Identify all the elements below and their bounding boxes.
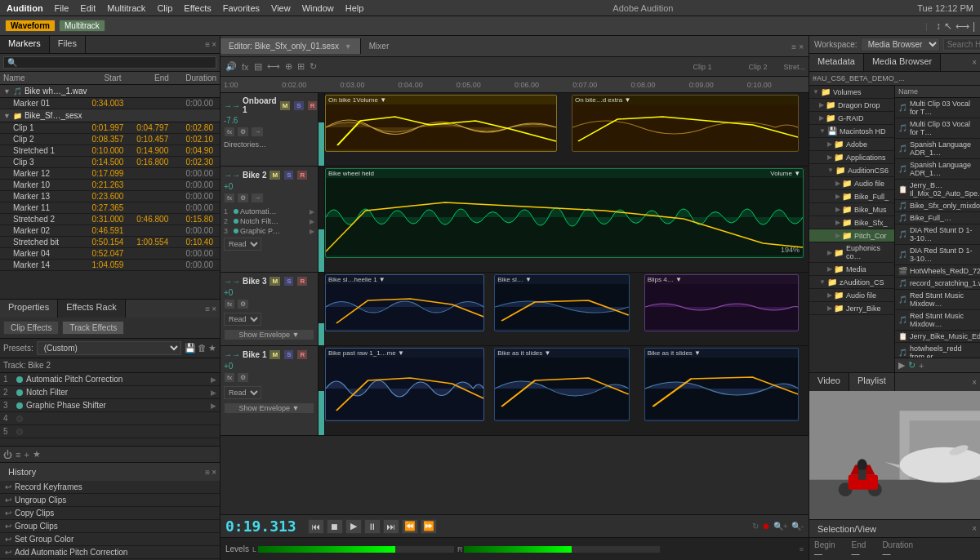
clip-bike3-2[interactable]: Bike sl… ▼ xyxy=(494,274,630,331)
media-add-icon[interactable]: + xyxy=(919,361,924,371)
media-item-media[interactable]: ▶ 📁 Media xyxy=(809,263,894,276)
mixer-tab[interactable]: Mixer xyxy=(361,38,397,54)
track-eff1-btn-bike2[interactable]: ⚙ xyxy=(237,193,249,203)
list-item[interactable]: ↩ Copy Clips xyxy=(0,507,220,520)
fx-icon[interactable]: fx xyxy=(240,62,251,72)
list-item[interactable]: Marker 04 0:52.047 0:00.00 xyxy=(0,248,220,260)
media-item-applications[interactable]: ▶ 📁 Applications xyxy=(809,151,894,164)
media-item-dragondrop[interactable]: ▶ 📁 Dragon Drop xyxy=(809,99,894,112)
clip-bike2-main[interactable]: Bike wheel held Volume ▼ 194% xyxy=(325,168,804,258)
media-item-volumes[interactable]: ▼ 📁 Volumes xyxy=(809,86,894,99)
history-menu-icon[interactable]: ≡ xyxy=(205,468,210,477)
list-item[interactable]: Stretched 1 0:10.000 0:14.900 0:04.90 xyxy=(0,145,220,157)
tab-files[interactable]: Files xyxy=(50,36,86,53)
crossfade-icon[interactable]: ⊕ xyxy=(283,61,294,72)
tab-effects-rack[interactable]: Effects Rack xyxy=(58,300,126,318)
play-button[interactable]: ▶ xyxy=(345,519,362,534)
list-item[interactable]: Marker 10 0:21.263 0:00.00 xyxy=(0,180,220,191)
selection-panel-close-icon[interactable]: × xyxy=(972,524,977,533)
list-item[interactable]: Clip 2 0:08.357 0:10.457 0:02.10 xyxy=(0,134,220,145)
editor-tab-close-icon[interactable]: ▼ xyxy=(345,42,352,51)
list-item[interactable]: 🎵Multi Clip 03 Vocal for T… xyxy=(895,118,980,139)
tab-selection-view[interactable]: Selection/View xyxy=(809,522,884,536)
track-effects-button[interactable]: Track Effects xyxy=(62,321,124,335)
track-content-bike3[interactable]: Bike sl…heelie 1 ▼ Bike sl… ▼ xyxy=(325,273,808,345)
track-content-onboard1[interactable]: On bike 1Volume ▼ On bite…d extra ▼ xyxy=(325,93,808,166)
add-effect-icon[interactable]: + xyxy=(24,450,29,460)
media-loop-icon[interactable]: ↻ xyxy=(908,360,915,371)
video-panel-close-icon[interactable]: × xyxy=(972,378,977,387)
track-solo-btn-bike3[interactable]: S xyxy=(283,276,294,287)
menu-favorites[interactable]: Favorites xyxy=(218,3,265,13)
auto-expand-1[interactable]: ▶ xyxy=(310,208,314,216)
clip-bike1-2[interactable]: Bike as it slides ▼ xyxy=(494,348,630,421)
tab-video[interactable]: Video xyxy=(809,373,849,391)
record-icon-transport[interactable]: ⏺ xyxy=(762,522,770,531)
track-solo-button[interactable]: S xyxy=(293,100,304,111)
editor-panel-close-icon[interactable]: × xyxy=(799,42,804,51)
star-icon[interactable]: ★ xyxy=(208,343,216,353)
loop-icon-transport[interactable]: ↻ xyxy=(752,522,759,531)
track-mute-btn-bike3[interactable]: M xyxy=(269,276,281,287)
list-item[interactable]: Marker 01 0:34.003 0:00.00 xyxy=(0,98,220,109)
clip-onboard-1[interactable]: On bike 1Volume ▼ xyxy=(325,95,557,152)
read-mode-select-bike1[interactable]: Read xyxy=(224,386,261,399)
track-fx-button[interactable]: fx xyxy=(224,127,235,137)
menu-window[interactable]: Window xyxy=(297,3,339,13)
rewind-button[interactable]: ⏪ xyxy=(402,519,418,534)
effect-row-5[interactable]: 5 xyxy=(0,425,220,438)
list-item[interactable]: 🎵Red Stunt Music Mixdow… xyxy=(895,310,980,331)
media-item-bikemus[interactable]: ▶ 📁 Bike_Mus xyxy=(809,203,894,216)
track-record-button[interactable]: R xyxy=(307,100,318,111)
track-content-bike1[interactable]: Bike past raw 1_1…me ▼ Bike as it slides… xyxy=(325,346,808,435)
snap-icon[interactable]: ⊞ xyxy=(296,61,306,72)
track-output-button[interactable]: → xyxy=(251,127,264,137)
list-item[interactable]: 🎵Multi Clip 03 Vocal for T… xyxy=(895,98,980,118)
stretch-icon[interactable]: ⟷ xyxy=(265,61,282,72)
search-input[interactable] xyxy=(3,56,216,69)
power-icon[interactable]: ⏻ xyxy=(3,450,12,460)
list-item[interactable]: 🎵Bike_Sfx_only_mixdown… xyxy=(895,200,980,212)
tab-metadata[interactable]: Metadata xyxy=(809,54,864,71)
match-clip-icon[interactable]: ▤ xyxy=(252,61,264,72)
razor-tool-icon[interactable]: | xyxy=(973,20,975,32)
list-item[interactable]: 📋Jerry_B…Il_Mix_02_Auto_Spe… xyxy=(895,180,980,200)
star-fav-icon[interactable]: ★ xyxy=(33,449,41,460)
media-item-jerrybike[interactable]: ▶ 📁 Jerry_Bike xyxy=(809,302,894,315)
track-input-button[interactable]: ⚙ xyxy=(237,127,249,137)
save-preset-icon[interactable]: 💾 xyxy=(185,343,196,353)
clip-bike3-1[interactable]: Bike sl…heelie 1 ▼ xyxy=(325,274,484,331)
track-mute-btn-bike2[interactable]: M xyxy=(269,170,281,180)
track-solo-btn-bike2[interactable]: S xyxy=(283,170,294,180)
track-eff-btn-bike3[interactable]: ⚙ xyxy=(237,299,249,309)
tab-playlist[interactable]: Playlist xyxy=(849,373,895,391)
tab-media-browser[interactable]: Media Browser xyxy=(864,54,941,71)
clip-bike1-3[interactable]: Bike as it slides ▼ xyxy=(644,348,799,421)
track-content-bike2[interactable]: Bike wheel held Volume ▼ 194% xyxy=(325,167,808,272)
menu-file[interactable]: File xyxy=(50,3,74,13)
effect-expand-icon-1[interactable]: ▶ xyxy=(211,376,216,384)
history-close-icon[interactable]: × xyxy=(212,468,216,477)
list-item[interactable]: ↩ Add Automatic Pitch Correction xyxy=(0,546,220,559)
list-item[interactable]: Marker 02 0:46.591 0:00.00 xyxy=(0,225,220,237)
track-fx-btn-bike3[interactable]: fx xyxy=(224,299,235,309)
read-mode-select-bike2[interactable]: Read xyxy=(224,238,261,251)
list-item[interactable]: ↩ Set Group Color xyxy=(0,533,220,546)
track-record-btn-bike2[interactable]: R xyxy=(296,170,308,180)
editor-panel-menu-icon[interactable]: ≡ xyxy=(791,42,796,51)
zoom-in-icon[interactable]: 🔍+ xyxy=(773,522,788,531)
media-item-audiofile[interactable]: ▶ 📁 Audio file xyxy=(809,177,894,190)
menu-help[interactable]: Help xyxy=(341,3,369,13)
effect-expand-icon-3[interactable]: ▶ xyxy=(211,402,216,410)
track-mute-btn-bike1[interactable]: M xyxy=(269,349,281,360)
clip-effects-button[interactable]: Clip Effects xyxy=(3,321,59,335)
track-eff-btn-bike1[interactable]: ⚙ xyxy=(237,372,249,383)
track-record-btn-bike3[interactable]: R xyxy=(296,276,308,287)
auto-expand-3[interactable]: ▶ xyxy=(310,228,314,235)
effects-panel-close-icon[interactable]: × xyxy=(212,304,216,313)
tab-properties[interactable]: Properties xyxy=(0,300,58,318)
media-item-audiofile2[interactable]: ▶ 📁 Audio file xyxy=(809,289,894,302)
show-envelope-button-bike3[interactable]: Show Envelope ▼ xyxy=(224,329,314,340)
menu-multitrack[interactable]: Multitrack xyxy=(102,3,150,13)
stop-button[interactable]: ⏹ xyxy=(327,519,343,534)
